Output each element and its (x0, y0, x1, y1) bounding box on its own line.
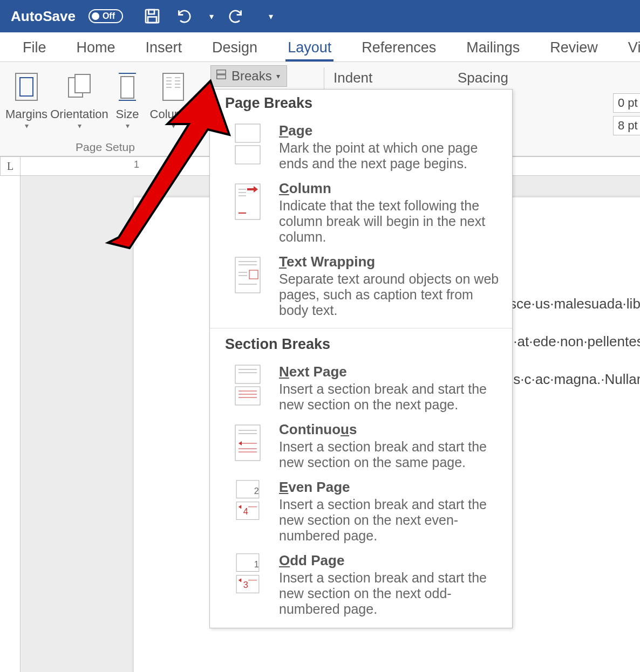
tab-file[interactable]: File (8, 39, 62, 61)
svg-rect-6 (75, 74, 90, 93)
margins-icon (15, 71, 38, 103)
chevron-down-icon: ▾ (172, 121, 175, 130)
svg-text:2: 2 (254, 486, 259, 496)
tab-references[interactable]: References (346, 39, 451, 61)
section-breaks-header: Section Breaks (210, 331, 512, 359)
spacing-before-input[interactable]: 0 pt (613, 93, 640, 113)
vertical-ruler[interactable] (0, 176, 21, 672)
chevron-down-icon: ▾ (78, 121, 81, 130)
tab-view[interactable]: View (613, 39, 640, 61)
chevron-down-icon: ▾ (276, 72, 280, 80)
orientation-button[interactable]: Orientation ▾ (53, 67, 106, 130)
titlebar: AutoSave Off ▾ ▾ (0, 0, 640, 32)
menu-item-even-page[interactable]: 24 Even Page Insert a section break and … (210, 475, 512, 548)
spacing-after-input[interactable]: 8 pt (613, 116, 640, 135)
columns-icon (162, 71, 185, 103)
svg-rect-22 (235, 146, 260, 164)
menu-separator (210, 328, 512, 328)
page-breaks-header: Page Breaks (210, 90, 512, 118)
svg-text:4: 4 (243, 506, 248, 516)
tab-layout[interactable]: Layout (273, 39, 346, 61)
svg-rect-20 (217, 75, 226, 79)
column-break-icon (232, 180, 264, 223)
spacing-label: Spacing (458, 70, 508, 86)
menu-item-continuous[interactable]: Continuous Insert a section break and st… (210, 417, 512, 475)
breaks-dropdown-menu: Page Breaks Page Mark the point at which… (209, 89, 513, 628)
ruler-corner-tab-selector[interactable]: L (0, 156, 21, 176)
chevron-down-icon: ▾ (25, 121, 29, 130)
chevron-down-icon: ▾ (126, 121, 130, 130)
menu-item-next-page[interactable]: Next Page Insert a section break and sta… (210, 359, 512, 417)
save-icon[interactable] (144, 8, 161, 25)
tab-mailings[interactable]: Mailings (451, 39, 535, 61)
svg-rect-4 (20, 78, 33, 96)
odd-page-icon: 13 (232, 552, 264, 595)
tab-design[interactable]: Design (197, 39, 273, 61)
next-page-icon (232, 364, 264, 407)
autosave-label: AutoSave (11, 8, 76, 25)
text-wrapping-icon (232, 253, 264, 297)
svg-rect-8 (121, 77, 134, 98)
tab-insert[interactable]: Insert (131, 39, 198, 61)
continuous-icon (232, 421, 264, 464)
menu-item-page-break[interactable]: Page Mark the point at which one page en… (210, 118, 512, 176)
undo-dropdown-caret[interactable]: ▾ (209, 11, 214, 22)
svg-rect-19 (217, 70, 226, 74)
tab-review[interactable]: Review (535, 39, 613, 61)
breaks-icon (215, 68, 227, 84)
columns-button[interactable]: Columns ▾ (149, 67, 198, 130)
autosave-state: Off (103, 11, 115, 21)
svg-rect-21 (235, 124, 260, 142)
qat-customize-caret[interactable]: ▾ (269, 11, 273, 22)
orientation-icon (66, 71, 92, 103)
margins-button[interactable]: Margins ▾ (0, 67, 53, 130)
undo-icon[interactable] (176, 8, 193, 25)
menu-item-text-wrapping-break[interactable]: Text Wrapping Separate text around objec… (210, 249, 512, 323)
size-icon (117, 71, 138, 103)
svg-rect-2 (148, 17, 156, 23)
menu-item-odd-page[interactable]: 13 Odd Page Insert a section break and s… (210, 548, 512, 621)
menu-item-column-break[interactable]: Column Indicate that the text following … (210, 176, 512, 249)
breaks-dropdown-button[interactable]: Breaks ▾ (210, 65, 287, 87)
size-button[interactable]: Size ▾ (106, 67, 149, 130)
svg-rect-38 (235, 387, 260, 405)
tab-home[interactable]: Home (62, 39, 131, 61)
svg-rect-1 (148, 10, 154, 14)
indent-label: Indent (333, 70, 372, 86)
svg-text:3: 3 (243, 580, 248, 589)
even-page-icon: 24 (232, 479, 264, 522)
svg-rect-28 (235, 257, 260, 293)
svg-text:1: 1 (254, 559, 259, 569)
page-setup-caption: Page Setup (0, 141, 210, 154)
svg-rect-10 (163, 73, 183, 100)
redo-icon[interactable] (227, 8, 244, 25)
page-break-icon (232, 122, 264, 166)
svg-rect-35 (235, 365, 260, 383)
ribbon-tabs: File Home Insert Design Layout Reference… (0, 32, 640, 62)
toggle-dot (92, 12, 99, 20)
autosave-toggle[interactable]: Off (88, 9, 123, 23)
